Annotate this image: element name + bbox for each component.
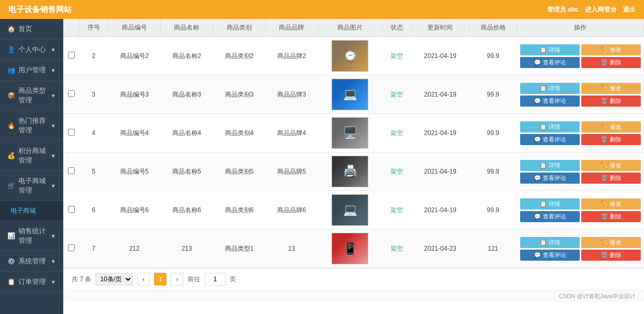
col-id: 序号 (79, 19, 108, 37)
row-checkbox-7[interactable] (68, 244, 75, 251)
row-category-2: 商品类别2 (213, 37, 265, 75)
console-link[interactable]: 进入网管台 (585, 5, 617, 14)
row-category-3: 商品类别3 (213, 75, 265, 114)
row-checkbox-3[interactable] (68, 90, 75, 97)
prev-page-btn[interactable]: ‹ (137, 273, 150, 286)
detail-btn-5[interactable]: 📋 详情 (520, 160, 580, 171)
sidebar-item-personal[interactable]: 👤 个人中心 ▼ (0, 40, 63, 60)
row-brand-3: 商品品牌3 (266, 75, 318, 114)
row-brand-7: 13 (266, 230, 318, 268)
delete-btn-7[interactable]: 🗑️ 删除 (581, 250, 641, 261)
col-category: 商品类别 (213, 19, 265, 37)
admin-user: 管理员 abc (547, 5, 579, 14)
delete-btn-5[interactable]: 🗑️ 删除 (581, 173, 641, 184)
comment-btn-4[interactable]: 💬 查看评论 (520, 134, 580, 145)
top-header: 电子设备销售网站 管理员 abc 进入网管台 退出 (0, 0, 644, 19)
sidebar-item-user-mgmt[interactable]: 👥 用户管理 ▼ (0, 60, 63, 81)
footer-note: CSDN @计算机Java毕业设计 (63, 290, 644, 302)
row-checkbox-6[interactable] (68, 206, 75, 213)
sidebar-item-category[interactable]: 📦 商品类型管理 ▼ (0, 81, 63, 111)
person-icon: 👤 (7, 46, 15, 53)
comment-btn-6[interactable]: 💬 查看评论 (520, 211, 580, 222)
status-link-6[interactable]: 架空 (391, 206, 403, 214)
status-link-4[interactable]: 架空 (391, 129, 403, 137)
edit-btn-3[interactable]: ✏️ 修改 (581, 83, 641, 94)
sidebar-item-order[interactable]: 📋 订单管理 ▼ (0, 272, 63, 292)
delete-btn-3[interactable]: 🗑️ 删除 (581, 96, 641, 107)
row-checkbox-5[interactable] (68, 167, 75, 174)
row-name-4: 商品名称4 (161, 114, 213, 153)
col-price: 商品价格 (469, 19, 517, 37)
hot-icon: 🔥 (7, 122, 15, 129)
page-1-btn[interactable]: 1 (154, 273, 167, 286)
delete-btn-4[interactable]: 🗑️ 删除 (581, 134, 641, 145)
row-code-7: 212 (108, 230, 160, 268)
table-row: 7 212 213 商品类型1 13 📱 架空 2021-04-23 121 📋… (63, 230, 644, 268)
table-row: 5 商品编号5 商品名称5 商品类别5 商品品牌5 🖨️ 架空 2021-04-… (63, 153, 644, 191)
arrow-icon4: ▼ (51, 123, 56, 129)
row-name-6: 商品名称6 (161, 191, 213, 230)
sidebar-item-ecommerce-mgmt[interactable]: 🛒 电子商城管理 ▼ (0, 171, 63, 201)
row-id-2: 2 (79, 37, 108, 75)
sidebar-item-points[interactable]: 💰 积分商城管理 ▼ (0, 141, 63, 171)
table-row: 3 商品编号3 商品名称3 商品类别3 商品品牌3 💻 架空 2021-04-1… (63, 75, 644, 114)
row-actions-2: 📋 详情 ✏️ 修改 💬 查看评论 🗑️ 删除 (517, 37, 643, 75)
main-content: 序号 商品编号 商品名称 商品类别 商品品牌 商品图片 状态 更新时间 商品价格… (63, 19, 644, 314)
status-link-7[interactable]: 架空 (391, 245, 403, 252)
row-checkbox-2[interactable] (68, 52, 75, 59)
product-image-2: ⌚ (331, 40, 368, 72)
row-time-6: 2021-04-19 (412, 191, 469, 230)
table-header-row: 序号 商品编号 商品名称 商品类别 商品品牌 商品图片 状态 更新时间 商品价格… (63, 19, 644, 37)
col-brand: 商品品牌 (266, 19, 318, 37)
row-category-6: 商品类别6 (213, 191, 265, 230)
detail-btn-6[interactable]: 📋 详情 (520, 198, 580, 210)
edit-btn-4[interactable]: ✏️ 修改 (581, 121, 641, 132)
sidebar-label-home: 首页 (18, 24, 32, 34)
comment-btn-2[interactable]: 💬 查看评论 (520, 57, 580, 68)
page-jump-input[interactable] (204, 273, 226, 286)
sidebar-item-hot[interactable]: 🔥 热门推荐管理 ▼ (0, 111, 63, 141)
page-size-select[interactable]: 10条/页 20条/页 50条/页 (95, 273, 133, 286)
comment-btn-5[interactable]: 💬 查看评论 (520, 173, 580, 184)
row-actions-5: 📋 详情 ✏️ 修改 💬 查看评论 🗑️ 删除 (517, 153, 643, 191)
sidebar-label-personal: 个人中心 (18, 45, 46, 54)
detail-btn-7[interactable]: 📋 详情 (520, 237, 580, 248)
detail-btn-2[interactable]: 📋 详情 (520, 44, 580, 55)
logout-link[interactable]: 退出 (623, 5, 636, 14)
comment-btn-7[interactable]: 💬 查看评论 (520, 250, 580, 261)
row-img-5: 🖨️ (318, 153, 382, 191)
row-checkbox-4[interactable] (68, 129, 75, 136)
row-check-4 (63, 114, 79, 153)
row-code-2: 商品编号2 (108, 37, 160, 75)
status-link-3[interactable]: 架空 (391, 91, 403, 98)
table-row: 6 商品编号6 商品名称6 商品类别6 商品品牌6 💻 架空 2021-04-1… (63, 191, 644, 230)
sidebar-label-user-mgmt: 用户管理 (18, 65, 46, 75)
sidebar-item-sys[interactable]: ⚙️ 系统管理 ▼ (0, 251, 63, 272)
comment-btn-3[interactable]: 💬 查看评论 (520, 96, 580, 107)
row-price-6: 99.9 (469, 191, 517, 230)
row-brand-2: 商品品牌2 (266, 37, 318, 75)
edit-btn-6[interactable]: ✏️ 修改 (581, 198, 641, 210)
users-icon: 👥 (7, 66, 15, 74)
sidebar-item-home[interactable]: 🏠 首页 (0, 19, 63, 40)
detail-btn-3[interactable]: 📋 详情 (520, 83, 580, 94)
points-icon: 💰 (7, 152, 15, 159)
detail-btn-4[interactable]: 📋 详情 (520, 121, 580, 132)
delete-btn-2[interactable]: 🗑️ 删除 (581, 57, 641, 68)
status-link-5[interactable]: 架空 (391, 168, 403, 175)
edit-btn-5[interactable]: ✏️ 修改 (581, 160, 641, 171)
delete-btn-6[interactable]: 🗑️ 删除 (581, 211, 641, 222)
status-link-2[interactable]: 架空 (391, 52, 403, 60)
edit-btn-7[interactable]: ✏️ 修改 (581, 237, 641, 248)
row-code-6: 商品编号6 (108, 191, 160, 230)
sidebar-item-ecommerce-sub[interactable]: 电子商城 (0, 201, 63, 221)
row-status-2: 架空 (382, 37, 411, 75)
row-actions-6: 📋 详情 ✏️ 修改 💬 查看评论 🗑️ 删除 (517, 191, 643, 230)
edit-btn-2[interactable]: ✏️ 修改 (581, 44, 641, 55)
home-icon: 🏠 (7, 25, 15, 33)
product-image-4: 🖥️ (331, 117, 368, 149)
sidebar-item-sales[interactable]: 📊 销售统计管理 ▼ (0, 221, 63, 251)
row-status-5: 架空 (382, 153, 411, 191)
next-page-btn[interactable]: › (171, 273, 183, 286)
row-img-2: ⌚ (318, 37, 382, 75)
